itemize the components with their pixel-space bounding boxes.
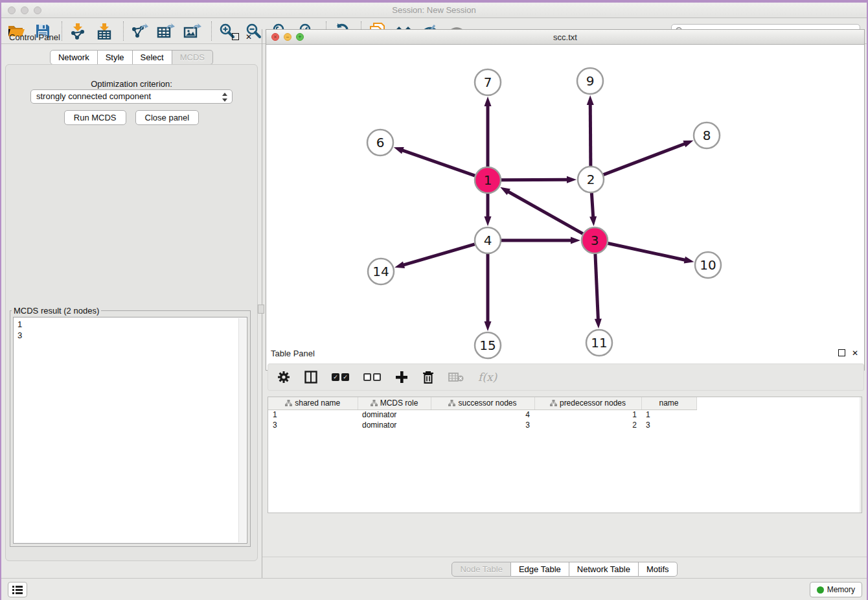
close-panel-icon[interactable]: ✕ bbox=[245, 33, 253, 41]
column-header-MCDS-role[interactable]: MCDS role bbox=[358, 397, 431, 410]
mcds-result-title: MCDS result (2 nodes) bbox=[12, 306, 101, 316]
column-header-label: MCDS role bbox=[380, 398, 418, 408]
table-cell[interactable]: dominator bbox=[358, 410, 431, 420]
graph-arrowhead bbox=[394, 261, 405, 268]
gear-icon bbox=[277, 371, 290, 384]
delete-column-button[interactable] bbox=[422, 369, 434, 386]
select-all-columns-button[interactable]: ✓ ✓ bbox=[332, 369, 349, 386]
column-header-label: predecessor nodes bbox=[560, 398, 626, 408]
create-column-button[interactable] bbox=[395, 369, 408, 386]
graph-node-label: 14 bbox=[372, 264, 389, 279]
function-builder-button[interactable]: f(x) bbox=[478, 369, 497, 386]
graph-node-label: 6 bbox=[376, 135, 385, 150]
window-title: Session: New Session bbox=[1, 5, 867, 15]
criterion-select[interactable]: strongly connected component bbox=[30, 89, 233, 104]
graph-edge-2-3[interactable] bbox=[591, 193, 593, 219]
table-tabs-divider bbox=[262, 557, 867, 557]
column-type-icon bbox=[285, 400, 292, 406]
float-table-panel-icon[interactable] bbox=[838, 349, 845, 356]
graph-arrowhead bbox=[485, 216, 492, 226]
title-bar: Session: New Session bbox=[1, 3, 867, 18]
graph-edge-1-6[interactable] bbox=[400, 150, 475, 176]
list-icon bbox=[12, 585, 23, 594]
table-tabs: Node TableEdge TableNetwork TableMotifs bbox=[262, 562, 867, 577]
float-panel-icon[interactable] bbox=[232, 33, 239, 40]
network-window-titlebar: × − + scc.txt bbox=[266, 30, 864, 45]
table-cell[interactable]: 3 bbox=[268, 420, 358, 430]
graph-edge-2-8[interactable] bbox=[604, 143, 687, 175]
table-settings-button[interactable] bbox=[277, 369, 290, 386]
column-type-icon bbox=[371, 400, 378, 406]
column-header-name[interactable]: name bbox=[641, 397, 696, 410]
tab-node-table[interactable]: Node Table bbox=[451, 562, 511, 577]
graph-arrowhead bbox=[683, 141, 693, 147]
tab-network[interactable]: Network bbox=[50, 50, 98, 65]
deselect-all-columns-button[interactable] bbox=[363, 369, 381, 386]
run-mcds-button[interactable]: Run MCDS bbox=[64, 110, 126, 125]
mcds-tab-content: Optimization criterion: strongly connect… bbox=[5, 64, 258, 561]
tab-motifs[interactable]: Motifs bbox=[639, 562, 678, 577]
column-header-label: shared name bbox=[295, 398, 340, 408]
table-scrollbar[interactable] bbox=[860, 397, 862, 513]
graph-edge-3-1[interactable] bbox=[507, 190, 583, 233]
table-cell[interactable]: 1 bbox=[641, 410, 696, 420]
graph-node-label: 10 bbox=[700, 257, 716, 273]
column-header-successor-nodes[interactable]: successor nodes bbox=[431, 397, 534, 410]
graph-node-label: 2 bbox=[587, 172, 595, 187]
table-cell[interactable]: 2 bbox=[534, 420, 641, 430]
checked-box-icon: ✓ bbox=[341, 373, 349, 381]
vertical-splitter-grip[interactable] bbox=[258, 305, 264, 314]
application-window: Session: New Session bbox=[1, 3, 867, 600]
graph-node-label: 9 bbox=[586, 73, 595, 89]
task-history-button[interactable] bbox=[8, 582, 27, 597]
column-type-icon bbox=[550, 400, 557, 406]
table-cell[interactable]: 4 bbox=[431, 410, 534, 420]
network-view-window: × − + scc.txt 7968124314101511 bbox=[266, 29, 865, 371]
network-canvas[interactable]: 7968124314101511 bbox=[266, 45, 864, 370]
show-column-panel-button[interactable] bbox=[304, 369, 317, 386]
table-toolbar: ✓ ✓ bbox=[268, 363, 864, 391]
delete-table-button[interactable] bbox=[448, 369, 464, 386]
table-row[interactable]: 3dominator323 bbox=[268, 420, 696, 430]
column-header-predecessor-nodes[interactable]: predecessor nodes bbox=[534, 397, 641, 410]
table-cell[interactable]: dominator bbox=[358, 420, 431, 430]
criterion-value: strongly connected component bbox=[36, 91, 151, 101]
table-panel-buttons: ✕ bbox=[838, 349, 859, 357]
graph-arrowhead bbox=[571, 237, 580, 244]
memory-status-icon bbox=[817, 586, 824, 594]
control-panel-title: Control Panel bbox=[9, 32, 60, 42]
graph-edge-3-11[interactable] bbox=[595, 254, 599, 321]
table-cell[interactable]: 3 bbox=[641, 420, 696, 430]
graph-node-label: 8 bbox=[703, 128, 711, 143]
tab-mcds[interactable]: MCDS bbox=[172, 50, 213, 65]
graph-edge-4-14[interactable] bbox=[402, 244, 475, 266]
close-table-panel-icon[interactable]: ✕ bbox=[851, 349, 859, 357]
mcds-result-text: 1 3 bbox=[14, 317, 247, 342]
tab-select[interactable]: Select bbox=[133, 50, 172, 65]
close-panel-button[interactable]: Close panel bbox=[135, 110, 200, 125]
tab-edge-table[interactable]: Edge Table bbox=[511, 562, 569, 577]
network-graph: 7968124314101511 bbox=[266, 45, 864, 370]
column-header-shared-name[interactable]: shared name bbox=[268, 397, 358, 410]
column-type-icon bbox=[448, 400, 455, 406]
select-stepper-icon bbox=[222, 92, 228, 102]
memory-button[interactable]: Memory bbox=[810, 582, 862, 597]
table-cell[interactable]: 1 bbox=[268, 410, 358, 420]
graph-edge-1-2[interactable] bbox=[501, 179, 569, 180]
tab-style[interactable]: Style bbox=[98, 50, 133, 65]
table-row[interactable]: 1dominator411 bbox=[268, 410, 696, 420]
table-panel-title: Table Panel bbox=[271, 349, 315, 358]
table-cell[interactable]: 3 bbox=[431, 420, 534, 430]
mcds-result-box: MCDS result (2 nodes) 1 3 bbox=[10, 306, 251, 547]
trash-icon bbox=[422, 371, 434, 384]
mcds-result-area[interactable]: 1 3 bbox=[13, 317, 247, 544]
tab-network-table[interactable]: Network Table bbox=[569, 562, 639, 577]
column-header-label: successor nodes bbox=[458, 398, 516, 408]
graph-edge-3-10[interactable] bbox=[608, 243, 687, 260]
result-scrollbar[interactable] bbox=[238, 318, 246, 542]
table-cell[interactable]: 1 bbox=[534, 410, 641, 420]
graph-edge-2-9[interactable] bbox=[590, 102, 591, 166]
split-view-icon bbox=[304, 371, 317, 384]
node-table: shared nameMCDS rolesuccessor nodesprede… bbox=[268, 397, 862, 513]
graph-node-label: 1 bbox=[484, 172, 492, 188]
